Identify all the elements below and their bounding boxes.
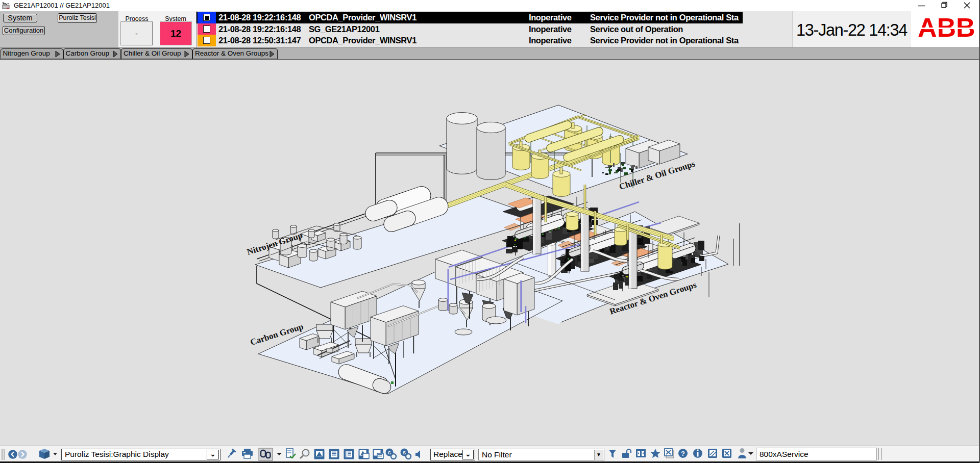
- svg-text:?: ?: [681, 450, 685, 457]
- svg-text:S: S: [403, 450, 406, 455]
- svg-text:C: C: [388, 450, 391, 455]
